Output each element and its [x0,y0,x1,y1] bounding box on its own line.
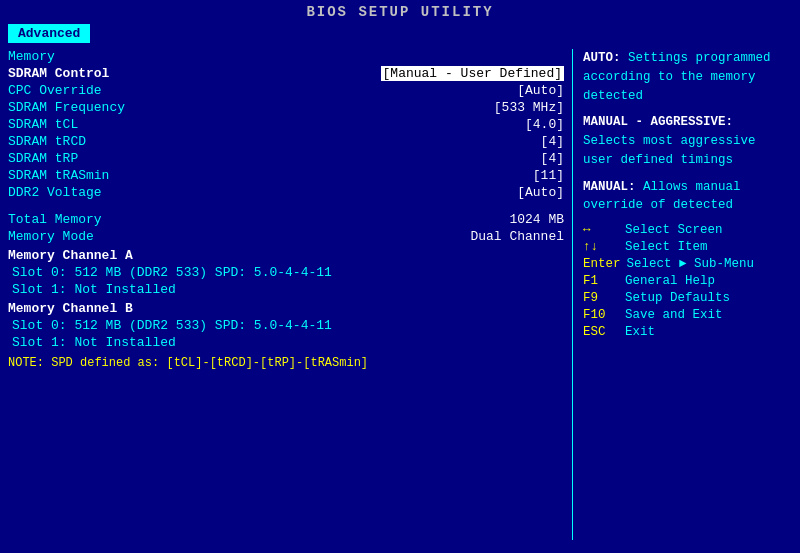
slot-row: Slot 1: Not Installed [12,282,564,297]
key-desc: Select ► Sub-Menu [627,257,755,271]
setting-name: SDRAM tRASmin [8,168,109,183]
settings-list: SDRAM Control[Manual - User Defined]CPC … [8,66,564,200]
key-name: Enter [583,257,621,271]
help-section-label: MANUAL: [583,180,643,194]
section-memory-label: Memory [8,49,564,64]
tab-bar: Advanced [0,22,800,43]
setting-row: SDRAM tCL[4.0] [8,117,564,132]
key-row: F9Setup Defaults [583,291,792,305]
right-panel: AUTO: Settings programmed according to t… [572,49,792,540]
slot-row: Slot 0: 512 MB (DDR2 533) SPD: 5.0-4-4-1… [12,318,564,333]
help-sections: AUTO: Settings programmed according to t… [583,49,792,215]
setting-name: CPC Override [8,83,102,98]
title-bar: BIOS SETUP UTILITY [0,0,800,22]
setting-row: SDRAM tRP[4] [8,151,564,166]
setting-row: SDRAM tRASmin[11] [8,168,564,183]
help-section-label: MANUAL - AGGRESSIVE: [583,115,733,129]
setting-row: CPC Override[Auto] [8,83,564,98]
key-name: ↑↓ [583,240,619,254]
key-row: ESCExit [583,325,792,339]
setting-name: SDRAM Control [8,66,109,81]
setting-name: SDRAM tCL [8,117,78,132]
key-row: ↑↓Select Item [583,240,792,254]
setting-value: [Auto] [517,185,564,200]
channel-header: Memory Channel B [8,301,564,316]
setting-value: [4.0] [525,117,564,132]
key-desc: Select Screen [625,223,723,237]
setting-name: DDR2 Voltage [8,185,102,200]
app-title: BIOS SETUP UTILITY [306,4,493,20]
info-label: Memory Mode [8,229,94,244]
channels-list: Memory Channel ASlot 0: 512 MB (DDR2 533… [8,248,564,350]
key-row: EnterSelect ► Sub-Menu [583,257,792,271]
tab-advanced[interactable]: Advanced [8,24,90,43]
key-name: ↔ [583,223,619,237]
setting-value: [533 MHz] [494,100,564,115]
setting-row: SDRAM Control[Manual - User Defined] [8,66,564,81]
note-bar: NOTE: SPD defined as: [tCL]-[tRCD]-[tRP]… [8,356,564,370]
channel-header: Memory Channel A [8,248,564,263]
key-row: F1General Help [583,274,792,288]
key-desc: General Help [625,274,715,288]
key-desc: Save and Exit [625,308,723,322]
setting-name: SDRAM Frequency [8,100,125,115]
key-desc: Setup Defaults [625,291,730,305]
key-name: ESC [583,325,619,339]
setting-name: SDRAM tRCD [8,134,86,149]
info-row: Total Memory1024 MB [8,212,564,227]
key-help: ↔Select Screen↑↓Select ItemEnterSelect ►… [583,223,792,339]
key-name: F10 [583,308,619,322]
key-desc: Exit [625,325,655,339]
help-section-label: AUTO: [583,51,628,65]
key-name: F1 [583,274,619,288]
info-value: 1024 MB [509,212,564,227]
setting-name: SDRAM tRP [8,151,78,166]
help-section: AUTO: Settings programmed according to t… [583,49,792,105]
info-label: Total Memory [8,212,102,227]
setting-row: DDR2 Voltage[Auto] [8,185,564,200]
info-value: Dual Channel [470,229,564,244]
setting-value: [Auto] [517,83,564,98]
setting-value: [4] [541,134,564,149]
setting-row: SDRAM Frequency[533 MHz] [8,100,564,115]
key-desc: Select Item [625,240,708,254]
setting-row: SDRAM tRCD[4] [8,134,564,149]
key-row: F10Save and Exit [583,308,792,322]
left-panel: Memory SDRAM Control[Manual - User Defin… [8,49,564,540]
key-row: ↔Select Screen [583,223,792,237]
slot-row: Slot 1: Not Installed [12,335,564,350]
key-name: F9 [583,291,619,305]
info-list: Total Memory1024 MBMemory ModeDual Chann… [8,212,564,244]
help-section: MANUAL - AGGRESSIVE: Selects most aggres… [583,113,792,169]
slot-row: Slot 0: 512 MB (DDR2 533) SPD: 5.0-4-4-1… [12,265,564,280]
setting-value: [4] [541,151,564,166]
info-row: Memory ModeDual Channel [8,229,564,244]
setting-value: [11] [533,168,564,183]
help-section: MANUAL: Allows manual override of detect… [583,178,792,216]
setting-value: [Manual - User Defined] [381,66,564,81]
